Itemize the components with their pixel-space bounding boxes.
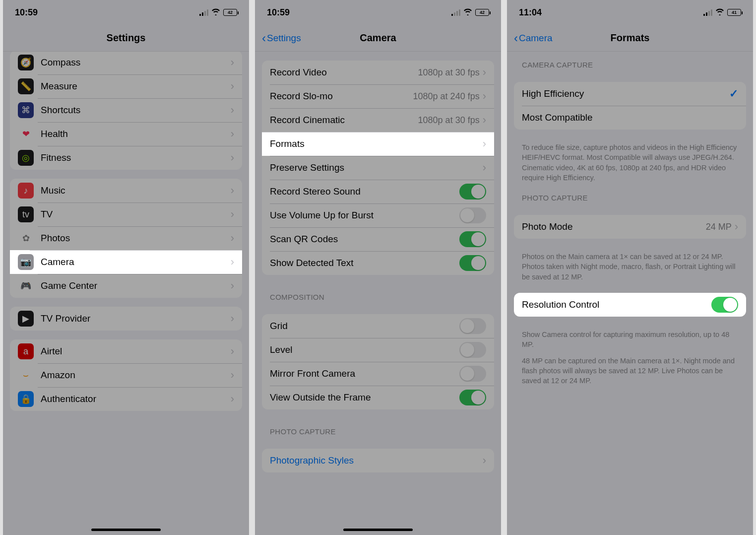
back-label: Settings: [267, 33, 301, 44]
list-row-record-video[interactable]: Record Video1080p at 30 fps›: [262, 61, 494, 84]
row-label: Authenticator: [41, 394, 231, 404]
back-button[interactable]: ‹ Camera: [514, 32, 553, 44]
list-row-tv[interactable]: tvTV›: [10, 202, 242, 226]
list-row-compass[interactable]: 🧭Compass›: [10, 52, 242, 74]
wifi-icon: [463, 7, 472, 18]
status-time: 11:04: [519, 7, 542, 18]
status-time: 10:59: [15, 7, 38, 18]
list-row-most-compatible[interactable]: Most Compatible: [514, 106, 746, 130]
row-label: Mirror Front Camera: [270, 368, 459, 379]
list-row-resolution-control[interactable]: Resolution Control: [514, 293, 746, 317]
status-indicators: 42: [199, 7, 237, 18]
list-row-use-volume-up-for-burst[interactable]: Use Volume Up for Burst: [262, 203, 494, 227]
row-value: 1080p at 240 fps: [413, 91, 480, 102]
back-label: Camera: [519, 33, 553, 44]
list-row-photo-mode[interactable]: Photo Mode24 MP›: [514, 215, 746, 239]
list-row-measure[interactable]: 📏Measure›: [10, 74, 242, 98]
list-row-scan-qr-codes[interactable]: Scan QR Codes: [262, 227, 494, 251]
list-row-record-cinematic[interactable]: Record Cinematic1080p at 30 fps›: [262, 108, 494, 132]
toggle[interactable]: [459, 366, 486, 382]
camera-group: Record Video1080p at 30 fps›Record Slo-m…: [262, 61, 494, 275]
list-row-record-slo-mo[interactable]: Record Slo-mo1080p at 240 fps›: [262, 84, 494, 108]
chevron-right-icon: ›: [231, 184, 234, 197]
row-label: Record Cinematic: [270, 115, 418, 126]
row-label: Scan QR Codes: [270, 234, 459, 245]
app-icon: ✿: [18, 230, 34, 246]
list-row-photos[interactable]: ✿Photos›: [10, 226, 242, 250]
list-row-level[interactable]: Level: [262, 338, 494, 362]
row-label: TV: [41, 209, 231, 220]
row-label: Airtel: [41, 346, 231, 357]
list-row-health[interactable]: ❤Health›: [10, 122, 242, 146]
row-label: Grid: [270, 321, 459, 332]
camera-settings-list[interactable]: Record Video1080p at 30 fps›Record Slo-m…: [255, 52, 501, 535]
list-row-view-outside-the-frame[interactable]: View Outside the Frame: [262, 386, 494, 409]
formats-group: Resolution Control: [514, 293, 746, 317]
list-row-grid[interactable]: Grid: [262, 314, 494, 338]
list-row-high-efficiency[interactable]: High Efficiency✓: [514, 82, 746, 106]
list-row-record-stereo-sound[interactable]: Record Stereo Sound: [262, 180, 494, 203]
chevron-right-icon: ›: [231, 345, 234, 358]
nav-bar: Settings: [3, 25, 249, 52]
list-row-music[interactable]: ♪Music›: [10, 179, 242, 202]
cellular-icon: [451, 9, 460, 16]
toggle[interactable]: [459, 184, 486, 200]
row-label: Record Video: [270, 67, 418, 78]
settings-group: ▶TV Provider›: [10, 307, 242, 331]
list-row-photographic-styles[interactable]: Photographic Styles›: [262, 449, 494, 472]
camera-group: GridLevelMirror Front CameraView Outside…: [262, 314, 494, 409]
chevron-left-icon: ‹: [514, 32, 518, 44]
row-label: Formats: [270, 138, 483, 149]
app-icon: a: [18, 343, 34, 359]
row-label: Level: [270, 344, 459, 355]
row-value: 1080p at 30 fps: [418, 115, 480, 126]
list-row-show-detected-text[interactable]: Show Detected Text: [262, 251, 494, 275]
row-label: Resolution Control: [522, 299, 711, 310]
toggle[interactable]: [459, 231, 486, 247]
camera-group: Photographic Styles›: [262, 449, 494, 472]
chevron-right-icon: ›: [483, 454, 486, 467]
list-row-shortcuts[interactable]: ⌘Shortcuts›: [10, 98, 242, 122]
toggle[interactable]: [459, 342, 486, 358]
chevron-right-icon: ›: [231, 312, 234, 325]
battery-icon: 42: [223, 9, 237, 16]
list-row-authenticator[interactable]: 🔒Authenticator›: [10, 387, 242, 411]
status-bar: 10:59 42: [255, 0, 501, 25]
row-label: Record Stereo Sound: [270, 186, 459, 197]
row-value: 24 MP: [706, 222, 732, 232]
list-row-airtel[interactable]: aAirtel›: [10, 339, 242, 363]
list-row-preserve-settings[interactable]: Preserve Settings›: [262, 156, 494, 180]
app-icon: ♪: [18, 183, 34, 199]
toggle[interactable]: [459, 318, 486, 334]
chevron-right-icon: ›: [483, 66, 486, 79]
toggle[interactable]: [459, 390, 486, 405]
formats-group: Photo Mode24 MP›: [514, 215, 746, 239]
list-row-amazon[interactable]: ⌣Amazon›: [10, 363, 242, 387]
nav-bar: ‹ Camera Formats: [507, 25, 753, 52]
chevron-right-icon: ›: [231, 369, 234, 382]
list-row-tv-provider[interactable]: ▶TV Provider›: [10, 307, 242, 331]
status-bar: 10:59 42: [3, 0, 249, 25]
list-row-camera[interactable]: 📷Camera›: [10, 250, 242, 274]
app-icon: 📏: [18, 78, 34, 94]
row-label: Compass: [41, 57, 231, 68]
chevron-right-icon: ›: [231, 279, 234, 292]
list-row-formats[interactable]: Formats›: [262, 132, 494, 156]
app-icon: ❤: [18, 126, 34, 142]
toggle[interactable]: [459, 255, 486, 271]
toggle[interactable]: [459, 207, 486, 223]
toggle[interactable]: [711, 297, 738, 313]
list-row-mirror-front-camera[interactable]: Mirror Front Camera: [262, 362, 494, 386]
settings-list[interactable]: 🧭Compass›📏Measure›⌘Shortcuts›❤Health›◎Fi…: [3, 52, 249, 535]
row-label: Amazon: [41, 370, 231, 381]
row-label: Preserve Settings: [270, 162, 483, 173]
row-label: Health: [41, 129, 231, 139]
app-icon: ⌘: [18, 102, 34, 118]
section-header: COMPOSITION: [255, 284, 501, 305]
app-icon: 📷: [18, 254, 34, 270]
list-row-game-center[interactable]: 🎮Game Center›: [10, 274, 242, 298]
list-row-fitness[interactable]: ◎Fitness›: [10, 146, 242, 170]
app-icon: ▶: [18, 311, 34, 327]
formats-list[interactable]: CAMERA CAPTURE High Efficiency✓Most Comp…: [507, 52, 753, 535]
back-button[interactable]: ‹ Settings: [262, 32, 301, 44]
